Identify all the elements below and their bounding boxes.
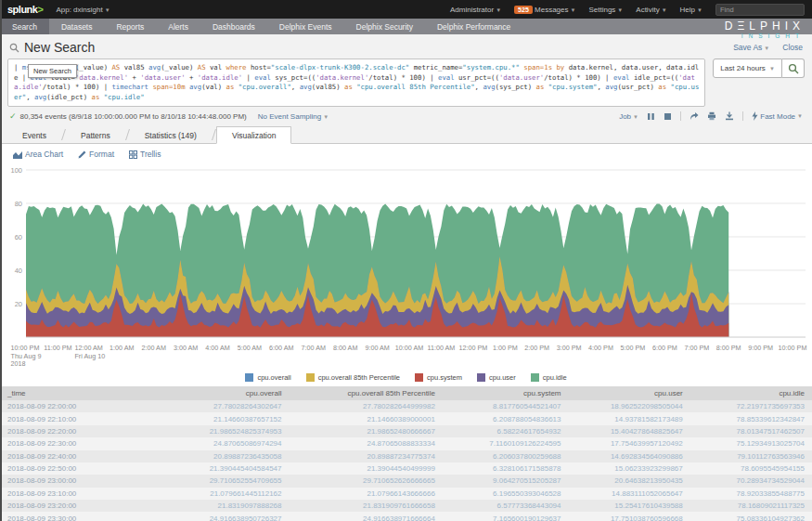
export-button[interactable] [725,111,734,121]
table-cell[interactable]: 14.93781582173489 [569,412,690,424]
nav-item-dashboards[interactable]: Dashboards [200,19,267,34]
table-cell[interactable]: 78.92033855488775 [690,488,812,500]
settings-menu[interactable]: Settings▼ [588,6,623,14]
chart-canvas[interactable] [0,164,812,343]
messages-menu[interactable]: 525 Messages▼ [514,6,575,14]
table-cell[interactable]: 24.916638971666664 [290,512,443,521]
tab-visualization[interactable]: Visualization [216,126,292,144]
table-cell[interactable]: 29.710652626666665 [290,475,443,487]
table-cell[interactable]: 6.206037800259688 [443,450,569,462]
table-cell[interactable]: 21.39044540499999 [290,462,443,475]
table-cell[interactable]: 18.962522098505044 [569,400,690,412]
tab-events[interactable]: Events [7,127,61,143]
table-cell[interactable]: 21.831909761666658 [290,500,443,512]
table-cell[interactable]: 24.87065088833334 [290,437,443,449]
legend-item[interactable]: cpu.overall 85th Percentile [306,373,400,382]
table-cell[interactable]: 2018-08-09 22:30:00 [0,437,162,449]
table-cell[interactable]: 15.25417610439588 [569,500,690,512]
legend-item[interactable]: cpu.system [415,373,462,382]
save-as-menu[interactable]: Save As▼ [733,43,769,52]
event-sampling-menu[interactable]: No Event Sampling▼ [258,112,329,121]
time-range-picker[interactable]: Last 24 hours ▼ [713,59,782,78]
find-input[interactable] [715,4,805,16]
table-cell[interactable]: 21.8319097888268 [162,500,290,512]
table-cell[interactable]: 14.692834564090886 [569,450,690,462]
share-button[interactable] [690,111,699,121]
table-cell[interactable]: 15.404278648825647 [569,425,690,437]
table-cell[interactable]: 2018-08-09 23:10:00 [0,488,162,500]
table-cell[interactable]: 21.14660387657152 [162,412,290,424]
table-cell[interactable]: 27.78028264302647 [162,400,290,412]
table-cell[interactable]: 17.751038760596668 [569,512,690,521]
table-cell[interactable]: 24.87065086974294 [162,437,290,449]
nav-item-delphix-events[interactable]: Delphix Events [267,19,344,34]
splunk-logo[interactable]: splunk> [7,4,43,15]
job-menu[interactable]: Job▼ [619,112,638,121]
table-header-cell[interactable]: cpu.overall 85th Percentile [290,386,443,400]
table-cell[interactable]: 6.57773368443094 [443,500,569,512]
table-header-cell[interactable]: _time [0,386,162,400]
table-cell[interactable]: 20.89887236435058 [162,450,290,462]
app-menu[interactable]: App: dxinsight▼ [56,6,110,14]
table-cell[interactable]: 6.328106171585878 [443,462,569,475]
table-cell[interactable]: 20.64638213950435 [569,475,690,487]
help-menu[interactable]: Help▼ [680,6,702,14]
print-button[interactable] [707,111,716,121]
table-cell[interactable]: 7.1160109126224595 [443,437,569,449]
table-cell[interactable]: 79.10112763563946 [690,450,812,462]
legend-item[interactable]: cpu.overall [245,373,290,382]
table-cell[interactable]: 6.208788054836613 [443,412,569,424]
table-cell[interactable]: 72.21971735697353 [690,400,812,412]
table-cell[interactable]: 8.817760544521407 [443,400,569,412]
search-query-input[interactable]: | mstats perc85(_value) AS val85 avg(_va… [7,59,705,107]
table-cell[interactable]: 78.01347517462507 [690,425,812,437]
table-cell[interactable]: 2018-08-09 22:20:00 [0,425,162,437]
nav-item-delphix-security[interactable]: Delphix Security [344,19,425,34]
table-cell[interactable]: 2018-08-09 22:50:00 [0,462,162,475]
table-cell[interactable]: 75.08336104927362 [690,512,812,521]
table-cell[interactable]: 21.07966143666666 [290,488,443,500]
table-header-cell[interactable]: cpu.idle [690,386,812,400]
search-button[interactable] [782,59,805,78]
table-cell[interactable]: 2018-08-09 22:00:00 [0,400,162,412]
table-cell[interactable]: 78.85339612342847 [690,412,812,424]
table-cell[interactable]: 21.986524825374953 [162,425,290,437]
table-header-cell[interactable]: cpu.system [443,386,569,400]
table-cell[interactable]: 27.780282644999982 [290,400,443,412]
tab-statistics-149[interactable]: Statistics (149) [130,127,212,143]
nav-item-reports[interactable]: Reports [104,19,156,34]
table-cell[interactable]: 9.064270515205287 [443,475,569,487]
table-cell[interactable]: 2018-08-09 23:20:00 [0,500,162,512]
table-cell[interactable]: 75.12934913025704 [690,437,812,449]
table-cell[interactable]: 78.6095545954155 [690,462,812,475]
table-cell[interactable]: 20.89887234775374 [290,450,443,462]
table-header-cell[interactable]: cpu.overall [162,386,290,400]
pause-button[interactable] [647,112,655,121]
table-cell[interactable]: 21.98652480666667 [290,425,443,437]
table-cell[interactable]: 14.883111052065647 [569,488,690,500]
format-button[interactable]: Format [78,150,114,159]
table-cell[interactable]: 15.06233923299867 [569,462,690,475]
close-button[interactable]: Close [782,43,803,52]
nav-item-alerts[interactable]: Alerts [156,19,200,34]
table-cell[interactable]: 2018-08-09 23:30:00 [0,512,162,521]
table-cell[interactable]: 24.916638950726327 [162,512,290,521]
table-cell[interactable]: 21.390445404584547 [162,462,290,475]
trellis-button[interactable]: Trellis [129,150,161,159]
table-cell[interactable]: 7.165600190129637 [443,512,569,521]
table-cell[interactable]: 2018-08-09 22:10:00 [0,412,162,424]
nav-item-search[interactable]: Search [0,19,49,34]
tab-patterns[interactable]: Patterns [66,127,125,143]
table-cell[interactable]: 78.16809021117325 [690,500,812,512]
stop-button[interactable] [664,112,672,121]
table-cell[interactable]: 70.28934734529044 [690,475,812,487]
table-cell[interactable]: 29.710652554709655 [162,475,290,487]
chart-type-picker[interactable]: Area Chart [13,150,63,159]
table-cell[interactable]: 6.196550393046528 [443,488,569,500]
search-mode-menu[interactable]: Fast Mode▼ [752,111,803,121]
legend-item[interactable]: cpu.idle [531,373,567,382]
table-cell[interactable]: 6.58224617654932 [443,425,569,437]
table-cell[interactable]: 2018-08-09 22:40:00 [0,450,162,462]
nav-item-datasets[interactable]: Datasets [49,19,105,34]
nav-item-delphix-performance[interactable]: Delphix Performance [425,19,522,34]
